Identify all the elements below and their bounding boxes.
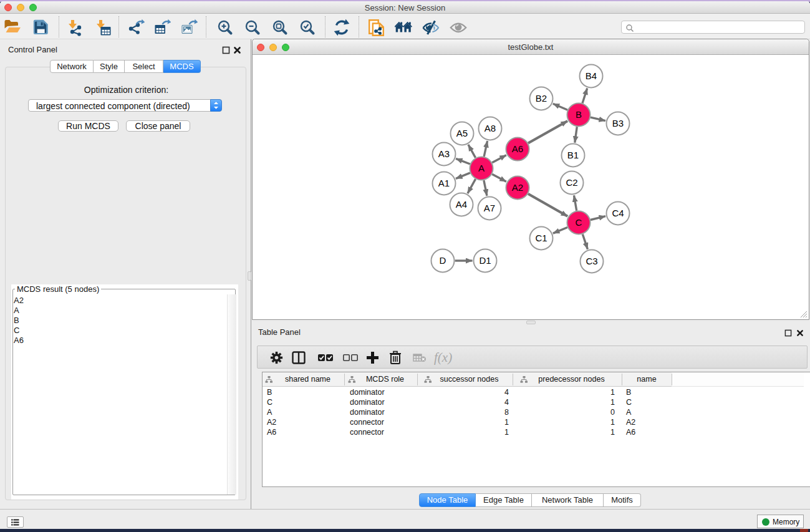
- svg-text:B4: B4: [586, 70, 597, 81]
- svg-text:D1: D1: [479, 255, 491, 266]
- svg-text:B2: B2: [536, 93, 547, 104]
- svg-text:B3: B3: [612, 118, 624, 128]
- svg-text:A6: A6: [512, 143, 523, 154]
- svg-text:C4: C4: [612, 208, 624, 218]
- svg-text:C1: C1: [535, 233, 547, 243]
- svg-text:A3: A3: [438, 148, 450, 159]
- svg-text:A2: A2: [512, 182, 523, 193]
- svg-text:B1: B1: [567, 150, 579, 160]
- svg-text:A8: A8: [485, 123, 496, 133]
- svg-text:A1: A1: [438, 178, 450, 188]
- svg-text:C3: C3: [586, 256, 597, 266]
- svg-text:A: A: [478, 163, 485, 173]
- svg-text:D: D: [440, 255, 446, 266]
- svg-text:C2: C2: [566, 177, 577, 188]
- svg-text:A5: A5: [456, 128, 468, 138]
- svg-text:B: B: [576, 109, 582, 120]
- svg-text:A7: A7: [484, 203, 495, 213]
- svg-text:A4: A4: [456, 199, 467, 210]
- svg-text:C: C: [576, 217, 582, 228]
